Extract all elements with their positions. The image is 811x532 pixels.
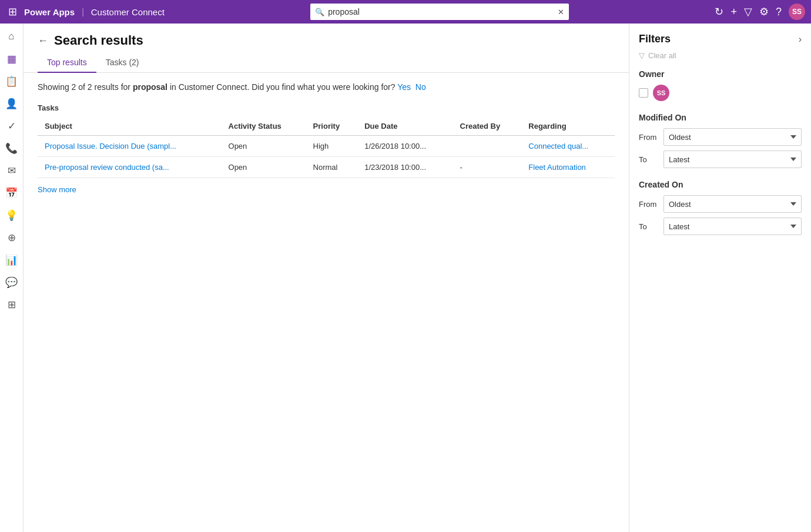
- result-summary-query: proposal: [133, 82, 167, 92]
- tab-tasks[interactable]: Tasks (2): [96, 53, 149, 73]
- row1-regarding[interactable]: Connected qual...: [521, 136, 615, 157]
- modified-from-select[interactable]: Oldest Latest: [663, 128, 802, 146]
- sidebar-item-phone[interactable]: 📞: [1, 138, 22, 159]
- owner-filter-section: Owner SS: [639, 69, 802, 101]
- search-box: 🔍 ✕: [310, 4, 569, 20]
- col-regarding: Regarding: [521, 117, 615, 136]
- app-context: Customer Connect: [91, 7, 165, 17]
- created-to-row: To Oldest Latest: [639, 218, 802, 235]
- grid-icon[interactable]: ⊞: [6, 3, 19, 21]
- sidebar-item-contacts[interactable]: 👤: [1, 93, 22, 114]
- sidebar-item-email[interactable]: ✉: [1, 160, 22, 181]
- clear-search-icon[interactable]: ✕: [558, 8, 564, 16]
- sidebar-item-tasks[interactable]: ✓: [1, 115, 22, 136]
- row1-activity-status: Open: [222, 136, 306, 157]
- sidebar-item-apps[interactable]: ⊞: [1, 294, 22, 315]
- col-activity-status: Activity Status: [222, 117, 306, 136]
- filters-panel: Filters › ▽ Clear all Owner SS Modified …: [629, 24, 811, 532]
- modified-on-label: Modified On: [639, 113, 802, 122]
- col-created-by: Created By: [453, 117, 522, 136]
- row1-priority: High: [306, 136, 358, 157]
- sidebar-item-calendar[interactable]: 📅: [1, 182, 22, 203]
- user-avatar[interactable]: SS: [789, 4, 805, 20]
- topnav-actions: ↻ + ▽ ⚙ ? SS: [715, 4, 805, 20]
- app-name: Power Apps: [24, 7, 75, 17]
- main-layout: ⌂ ▦ 📋 👤 ✓ 📞 ✉ 📅 💡 ⊕ 📊 💬 ⊞ ← Search resul…: [0, 24, 811, 532]
- row1-subject[interactable]: Proposal Issue. Decision Due (sampl...: [38, 136, 222, 157]
- col-due-date: Due Date: [357, 117, 453, 136]
- clear-all-row: ▽ Clear all: [639, 51, 802, 60]
- sidebar-item-home[interactable]: ⌂: [1, 26, 22, 47]
- clear-all-button[interactable]: Clear all: [648, 51, 676, 60]
- sidebar: ⌂ ▦ 📋 👤 ✓ 📞 ✉ 📅 💡 ⊕ 📊 💬 ⊞: [0, 24, 24, 532]
- created-to-select[interactable]: Oldest Latest: [663, 218, 802, 235]
- filters-title: Filters: [639, 33, 671, 45]
- modified-to-select[interactable]: Oldest Latest: [663, 150, 802, 168]
- tab-top-results[interactable]: Top results: [38, 53, 96, 73]
- result-summary: Showing 2 of 2 results for proposal in C…: [38, 82, 615, 92]
- owner-avatar[interactable]: SS: [653, 85, 669, 101]
- created-on-date-group: From Oldest Latest To Oldest Latest: [639, 195, 802, 235]
- modified-on-filter-section: Modified On From Oldest Latest To Oldest…: [639, 113, 802, 168]
- modified-on-date-group: From Oldest Latest To Oldest Latest: [639, 128, 802, 168]
- add-icon[interactable]: +: [730, 6, 737, 18]
- sidebar-item-records[interactable]: 📋: [1, 71, 22, 92]
- filters-header: Filters ›: [639, 33, 802, 45]
- results-table: Subject Activity Status Priority Due Dat…: [38, 117, 615, 178]
- table-row: Proposal Issue. Decision Due (sampl... O…: [38, 136, 615, 157]
- row2-regarding[interactable]: Fleet Automation: [521, 157, 615, 178]
- filter-icon[interactable]: ▽: [744, 5, 752, 18]
- modified-from-row: From Oldest Latest: [639, 128, 802, 146]
- sidebar-item-groups[interactable]: ⊕: [1, 227, 22, 248]
- col-priority: Priority: [306, 117, 358, 136]
- owner-checkbox[interactable]: [639, 88, 648, 98]
- settings-icon[interactable]: ⚙: [759, 5, 769, 18]
- created-from-select[interactable]: Oldest Latest: [663, 195, 802, 213]
- search-body: Showing 2 of 2 results for proposal in C…: [24, 73, 629, 532]
- row1-created-by: [453, 136, 522, 157]
- back-button[interactable]: ←: [38, 35, 48, 47]
- search-icon: 🔍: [315, 8, 324, 16]
- result-summary-prefix: Showing 2 of 2 results for: [38, 82, 133, 92]
- modified-from-label: From: [639, 133, 658, 142]
- search-input[interactable]: [328, 7, 558, 16]
- row1-due-date: 1/26/2018 10:00...: [357, 136, 453, 157]
- sidebar-item-chat[interactable]: 💬: [1, 272, 22, 293]
- no-link[interactable]: No: [415, 82, 426, 92]
- tasks-section-label: Tasks: [38, 103, 615, 112]
- row2-due-date: 1/23/2018 10:00...: [357, 157, 453, 178]
- clear-filter-icon: ▽: [639, 51, 645, 60]
- created-from-row: From Oldest Latest: [639, 195, 802, 213]
- col-subject: Subject: [38, 117, 222, 136]
- sidebar-item-bulb[interactable]: 💡: [1, 205, 22, 226]
- created-on-filter-section: Created On From Oldest Latest To Oldest …: [639, 180, 802, 235]
- row2-subject[interactable]: Pre-proposal review conducted (sa...: [38, 157, 222, 178]
- row2-activity-status: Open: [222, 157, 306, 178]
- table-row: Pre-proposal review conducted (sa... Ope…: [38, 157, 615, 178]
- tabs: Top results Tasks (2): [24, 53, 629, 73]
- page-title: Search results: [54, 33, 143, 48]
- row2-priority: Normal: [306, 157, 358, 178]
- modified-to-row: To Oldest Latest: [639, 150, 802, 168]
- search-container: 🔍 ✕: [169, 4, 711, 20]
- result-summary-suffix: in Customer Connect. Did you find what y…: [167, 82, 396, 92]
- help-icon[interactable]: ?: [776, 6, 782, 18]
- sidebar-item-dashboard[interactable]: ▦: [1, 48, 22, 69]
- yes-link[interactable]: Yes: [397, 82, 411, 92]
- topnav: ⊞ Power Apps | Customer Connect 🔍 ✕ ↻ + …: [0, 0, 811, 24]
- created-from-label: From: [639, 200, 658, 209]
- filters-chevron-icon[interactable]: ›: [799, 34, 802, 45]
- refresh-icon[interactable]: ↻: [715, 5, 723, 18]
- created-to-label: To: [639, 222, 658, 231]
- sidebar-item-reports[interactable]: 📊: [1, 249, 22, 270]
- nav-divider: |: [82, 7, 84, 16]
- created-on-label: Created On: [639, 180, 802, 189]
- main-content: ← Search results Top results Tasks (2) S…: [24, 24, 629, 532]
- owner-row: SS: [639, 85, 802, 101]
- page-header: ← Search results: [24, 24, 629, 53]
- show-more-link[interactable]: Show more: [38, 185, 76, 194]
- modified-to-label: To: [639, 155, 658, 164]
- owner-label: Owner: [639, 69, 802, 79]
- row2-created-by: -: [453, 157, 522, 178]
